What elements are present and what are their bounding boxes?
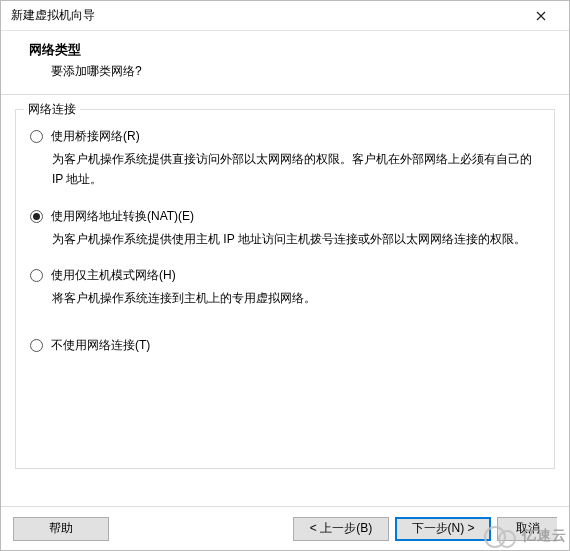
option-host-only: 使用仅主机模式网络(H) 将客户机操作系统连接到主机上的专用虚拟网络。 <box>30 267 540 308</box>
network-connection-group: 网络连接 使用桥接网络(R) 为客户机操作系统提供直接访问外部以太网网络的权限。… <box>15 109 555 469</box>
close-icon <box>536 11 546 21</box>
option-bridged: 使用桥接网络(R) 为客户机操作系统提供直接访问外部以太网网络的权限。客户机在外… <box>30 128 540 190</box>
option-label: 使用网络地址转换(NAT)(E) <box>51 208 194 225</box>
radio-icon <box>30 130 43 143</box>
back-button[interactable]: < 上一步(B) <box>293 517 389 541</box>
wizard-body: 网络连接 使用桥接网络(R) 为客户机操作系统提供直接访问外部以太网网络的权限。… <box>1 95 569 506</box>
page-subtitle: 要添加哪类网络? <box>29 63 541 80</box>
option-label: 不使用网络连接(T) <box>51 337 150 354</box>
help-button[interactable]: 帮助 <box>13 517 109 541</box>
wizard-footer: 帮助 < 上一步(B) 下一步(N) > 取消 <box>1 506 569 550</box>
radio-icon <box>30 269 43 282</box>
close-button[interactable] <box>521 2 561 30</box>
page-title: 网络类型 <box>29 41 541 59</box>
window-title: 新建虚拟机向导 <box>11 7 521 24</box>
radio-icon <box>30 210 43 223</box>
option-desc: 为客户机操作系统提供使用主机 IP 地址访问主机拨号连接或外部以太网网络连接的权… <box>52 229 540 249</box>
option-label: 使用桥接网络(R) <box>51 128 140 145</box>
radio-bridged[interactable]: 使用桥接网络(R) <box>30 128 540 145</box>
option-desc: 为客户机操作系统提供直接访问外部以太网网络的权限。客户机在外部网络上必须有自己的… <box>52 149 540 190</box>
radio-icon <box>30 339 43 352</box>
radio-nat[interactable]: 使用网络地址转换(NAT)(E) <box>30 208 540 225</box>
radio-none[interactable]: 不使用网络连接(T) <box>30 337 540 354</box>
option-none: 不使用网络连接(T) <box>30 337 540 354</box>
titlebar: 新建虚拟机向导 <box>1 1 569 31</box>
cancel-button[interactable]: 取消 <box>497 517 557 541</box>
radio-host-only[interactable]: 使用仅主机模式网络(H) <box>30 267 540 284</box>
wizard-window: 新建虚拟机向导 网络类型 要添加哪类网络? 网络连接 使用桥接网络(R) 为客户… <box>0 0 570 551</box>
wizard-header: 网络类型 要添加哪类网络? <box>1 31 569 95</box>
option-label: 使用仅主机模式网络(H) <box>51 267 176 284</box>
option-nat: 使用网络地址转换(NAT)(E) 为客户机操作系统提供使用主机 IP 地址访问主… <box>30 208 540 249</box>
option-desc: 将客户机操作系统连接到主机上的专用虚拟网络。 <box>52 288 540 308</box>
group-legend: 网络连接 <box>24 101 80 118</box>
next-button[interactable]: 下一步(N) > <box>395 517 491 541</box>
